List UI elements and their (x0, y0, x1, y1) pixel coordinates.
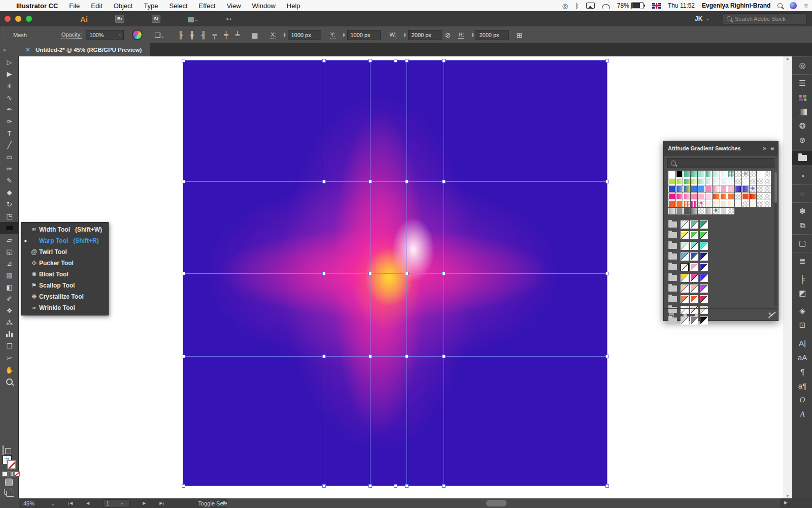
gradient-swatch[interactable] (668, 208, 675, 215)
color-group-swatch[interactable] (690, 274, 698, 282)
color-group-swatch[interactable] (690, 295, 698, 303)
h-stepper[interactable]: ▲▼ (471, 33, 474, 38)
gradient-swatch[interactable] (735, 200, 742, 207)
gradient-swatch[interactable] (713, 171, 720, 178)
swap-fill-stroke-icon[interactable] (3, 446, 4, 455)
width-tool-menu-item[interactable]: ■≋Width Tool(Shift+W) (22, 224, 108, 235)
mesh-anchor-point[interactable] (442, 180, 446, 183)
mesh-anchor-point[interactable] (182, 59, 185, 62)
color-group-swatch[interactable] (690, 220, 698, 229)
color-guide-panel-icon[interactable]: ❂ (792, 119, 812, 133)
align-button-0[interactable]: ╟ (179, 31, 183, 39)
w-label[interactable]: W: (390, 31, 396, 39)
mesh-anchor-point[interactable] (322, 272, 326, 275)
slice-tool[interactable]: ✂ (0, 352, 19, 364)
mesh-anchor-point[interactable] (605, 355, 609, 358)
stroke-panel-icon[interactable]: ◌ (792, 186, 812, 201)
opacity-menu-button[interactable]: › (116, 30, 124, 40)
mesh-anchor-point[interactable] (605, 59, 609, 62)
gradient-swatch[interactable] (676, 171, 683, 178)
spotlight-icon[interactable] (777, 3, 783, 8)
color-group-swatch[interactable] (690, 252, 698, 261)
siri-icon[interactable] (790, 2, 797, 9)
scroll-right-icon[interactable]: ▶ (784, 500, 788, 505)
creative-cloud-icon[interactable]: ◎ (792, 58, 812, 73)
gradient-swatch[interactable] (705, 185, 713, 193)
gradient-swatch[interactable] (764, 185, 771, 193)
gradient-swatch[interactable] (757, 171, 764, 178)
gradient-swatch[interactable] (727, 200, 734, 207)
transform-panel-icon[interactable]: ⧉ (792, 218, 812, 233)
h-field[interactable]: 2000 px (476, 30, 509, 40)
h-label[interactable]: H: (458, 31, 464, 39)
gradient-swatch[interactable] (705, 200, 713, 207)
gradient-swatch[interactable] (691, 185, 698, 193)
hand-tool[interactable]: ✋ (0, 364, 19, 376)
x-field[interactable]: 1000 px (288, 30, 321, 40)
gradient-swatch[interactable] (683, 193, 690, 200)
gradient-swatch[interactable] (705, 208, 713, 215)
color-group-swatch[interactable] (681, 284, 689, 293)
symbols-panel-icon[interactable]: ❃ (792, 204, 812, 218)
gradient-button[interactable] (8, 471, 14, 477)
color-group-swatch[interactable] (681, 295, 689, 303)
display-icon[interactable] (586, 3, 595, 9)
battery-indicator[interactable]: 78% (617, 2, 645, 9)
mesh-anchor-point[interactable] (322, 59, 326, 62)
creative-cloud-menubar-icon[interactable]: ◎ (562, 2, 568, 10)
wifi-icon[interactable] (602, 4, 610, 9)
gradient-swatch[interactable] (698, 193, 705, 200)
last-artboard-button[interactable]: ▶| (159, 501, 164, 505)
color-button[interactable] (2, 471, 8, 477)
profile-menu[interactable]: JK⌄ (695, 15, 709, 22)
panel-menu-icon[interactable]: ≡ (770, 145, 774, 152)
y-label[interactable]: Y: (330, 31, 335, 39)
reference-point-icon[interactable]: ▦ (251, 31, 258, 39)
pen-tool[interactable]: ✒ (0, 104, 19, 115)
gradient-swatch[interactable] (727, 178, 734, 185)
mesh-anchor-point[interactable] (405, 484, 409, 488)
color-themes-panel-icon[interactable] (792, 90, 812, 105)
mesh-anchor-point[interactable] (368, 59, 372, 62)
gradient-swatch[interactable] (727, 193, 734, 200)
panel-grip[interactable] (0, 26, 4, 43)
window-zoom-button[interactable] (26, 16, 32, 22)
type-tool[interactable]: T (0, 128, 19, 139)
color-group-swatch[interactable] (700, 231, 708, 239)
scale-tool[interactable]: ◳ (0, 210, 19, 222)
selection-tool[interactable]: ▷ (0, 56, 19, 68)
scallop-tool-menu-item[interactable]: ■⚑Scallop Tool (22, 280, 108, 291)
color-group-swatch[interactable] (690, 242, 698, 250)
horizontal-scrollbar[interactable]: ◀ ▶ (227, 498, 781, 508)
mesh-anchor-point[interactable] (394, 59, 397, 62)
gradient-swatch[interactable]: ❋ (698, 200, 705, 207)
gradient-swatch[interactable] (683, 178, 690, 185)
gradient-swatch[interactable] (720, 185, 727, 193)
gradient-swatch[interactable] (757, 200, 764, 207)
menu-item-help[interactable]: Help (287, 2, 300, 10)
next-library-icon[interactable]: ▶ (695, 311, 699, 318)
menubar-clock[interactable]: Thu 11:52 (668, 2, 695, 9)
gradient-swatch[interactable] (683, 171, 690, 178)
first-artboard-button[interactable]: |◀ (68, 501, 73, 505)
opacity-field[interactable]: 100% (86, 30, 116, 40)
gradient-swatch[interactable] (713, 193, 720, 200)
menu-item-type[interactable]: Type (144, 2, 158, 10)
gradient-swatch[interactable] (720, 193, 727, 200)
gradient-swatch[interactable] (742, 200, 749, 207)
adobe-stock-search[interactable]: Search Adobe Stock (723, 13, 807, 24)
color-group-folder-icon[interactable] (668, 221, 677, 228)
gradient-swatch[interactable] (735, 185, 742, 193)
gradient-swatch[interactable] (727, 171, 734, 178)
mesh-anchor-point[interactable] (322, 355, 326, 358)
color-group-swatch[interactable] (681, 274, 689, 282)
gradient-swatch[interactable] (713, 185, 720, 193)
paragraph-panel-icon[interactable]: ¶ (792, 364, 812, 378)
gradient-swatch[interactable] (720, 208, 727, 215)
appearance-panel-icon[interactable]: ▢ (792, 236, 812, 250)
mesh-anchor-point[interactable] (442, 355, 446, 358)
gradient-swatch[interactable] (757, 185, 764, 193)
crystallize-tool-menu-item[interactable]: ■❋Crystallize Tool (22, 291, 108, 302)
gradient-swatch[interactable] (683, 208, 690, 215)
gradient-swatch[interactable] (727, 185, 734, 193)
